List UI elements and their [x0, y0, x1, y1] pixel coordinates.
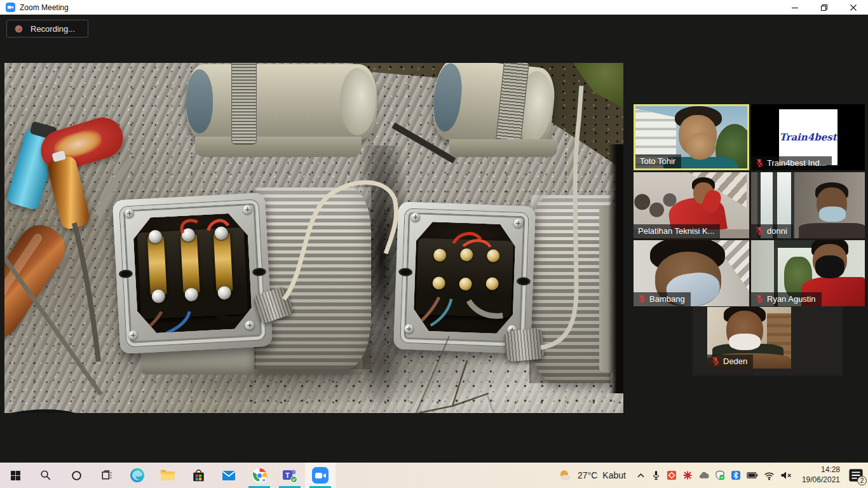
capacitor-left-bracket [195, 137, 362, 157]
chrome-icon [251, 467, 268, 484]
task-view-button[interactable] [92, 463, 122, 488]
zoom-app-icon [6, 3, 15, 12]
recording-indicator[interactable]: Recording... [6, 20, 88, 37]
participant-tile-deden[interactable]: Deden [707, 307, 791, 369]
multimeter-probe [453, 403, 529, 413]
face-mask [815, 255, 844, 278]
hidden-icons-chevron[interactable] [636, 471, 646, 480]
tray-volume-muted-icon[interactable] [780, 471, 792, 480]
tray-antivirus-icon[interactable] [682, 470, 693, 480]
hose-clamp-icon [232, 63, 256, 144]
taskbar-store-button[interactable] [183, 463, 214, 488]
capacitor-right-bracket [449, 139, 557, 157]
tray-wifi-icon[interactable] [764, 471, 775, 480]
participant-name-label: Ryan Agustin [751, 292, 822, 306]
tray-battery-icon[interactable] [747, 471, 758, 480]
muted-mic-icon [756, 226, 764, 236]
participant-name-label: Bambang [634, 292, 691, 306]
tray-microphone-icon[interactable] [651, 470, 661, 480]
windows-taskbar: T 27°C Kabut 14:28 19/06/2021 [0, 463, 868, 488]
clock-time: 14:28 [802, 465, 840, 475]
face-mask [729, 334, 761, 350]
weather-sun-cloud-icon [558, 468, 573, 483]
tray-security-shield-icon[interactable] [715, 470, 725, 480]
muted-mic-icon [638, 294, 646, 304]
taskbar-chrome-button[interactable] [244, 463, 275, 488]
notification-count-badge: 2 [857, 476, 867, 485]
mail-icon [220, 467, 237, 484]
recording-label: Recording... [31, 24, 75, 34]
shared-screen-video [4, 63, 623, 413]
capacitor-left [186, 64, 377, 140]
participant-tile-donni[interactable]: donni [751, 172, 865, 238]
taskbar-edge-button[interactable] [122, 463, 153, 488]
record-dot-icon [15, 25, 22, 32]
window-title: Zoom Meeting [20, 3, 69, 12]
taskbar-file-explorer-button[interactable] [153, 463, 183, 488]
taskbar-search-button[interactable] [31, 463, 61, 488]
face-mask [819, 207, 846, 222]
participant-tile-pelatihan[interactable]: Pelatihan Teknisi K... [634, 172, 749, 238]
action-center-button[interactable]: 2 [848, 467, 864, 484]
motor-left-fins [254, 187, 371, 369]
terminal-wires-right [413, 221, 516, 334]
taskbar-teams-button[interactable]: T [275, 463, 305, 488]
restore-button[interactable] [810, 0, 839, 15]
participant-name-label: Deden [707, 355, 753, 369]
participant-name-label: donni [751, 224, 793, 238]
tray-bluetooth-icon[interactable] [731, 470, 741, 480]
file-explorer-icon [159, 467, 176, 484]
cortana-icon [71, 470, 82, 481]
microsoft-store-icon [191, 468, 207, 484]
participant-name-label: Toto Tohir [635, 154, 681, 168]
task-view-icon [101, 470, 112, 481]
terminal-box-left [112, 193, 273, 354]
cable-gland-right [504, 328, 545, 362]
terminal-wires-left [132, 212, 252, 334]
muted-mic-icon [756, 294, 764, 304]
participant-tile-bambang[interactable]: Bambang [634, 240, 749, 306]
taskbar-mail-button[interactable] [214, 463, 244, 488]
participant-tile-toto-tohir[interactable]: Toto Tohir [634, 104, 749, 170]
participant-name-label: Train4best Ind... [751, 156, 832, 170]
zoom-icon [311, 466, 329, 484]
minimize-button[interactable] [780, 0, 810, 15]
taskbar-zoom-button[interactable] [305, 463, 336, 488]
weather-temperature: 27°C [578, 470, 597, 480]
meeting-client-area: Recording... [0, 15, 868, 463]
start-button[interactable] [0, 463, 31, 488]
hose-clamp-icon [496, 63, 529, 151]
edge-icon [129, 467, 146, 484]
participant-tile-ryan-agustin[interactable]: Ryan Agustin [751, 240, 865, 306]
close-button[interactable] [839, 0, 868, 15]
search-icon [40, 470, 51, 481]
tray-onedrive-icon[interactable] [698, 471, 709, 480]
window-titlebar: Zoom Meeting [0, 0, 868, 15]
muted-mic-icon [712, 356, 720, 366]
participant-name-label: Pelatihan Teknisi K... [634, 224, 720, 238]
participant-tile-train4best[interactable]: Train4best Train4best Ind... [751, 104, 865, 170]
capacitor-right [430, 63, 557, 150]
weather-condition: Kabut [602, 470, 626, 480]
teams-icon: T [281, 467, 298, 484]
cortana-button[interactable] [61, 463, 92, 488]
taskbar-clock[interactable]: 14:28 19/06/2021 [802, 465, 840, 485]
taskbar-weather-widget[interactable]: 27°C Kabut [558, 468, 626, 483]
clock-date: 19/06/2021 [802, 475, 840, 485]
windows-logo-icon [10, 470, 21, 481]
svg-text:T: T [285, 471, 290, 479]
photo-right-dark-edge [608, 144, 623, 393]
muted-mic-icon [756, 158, 764, 168]
tray-remote-desktop-icon[interactable] [667, 470, 677, 480]
